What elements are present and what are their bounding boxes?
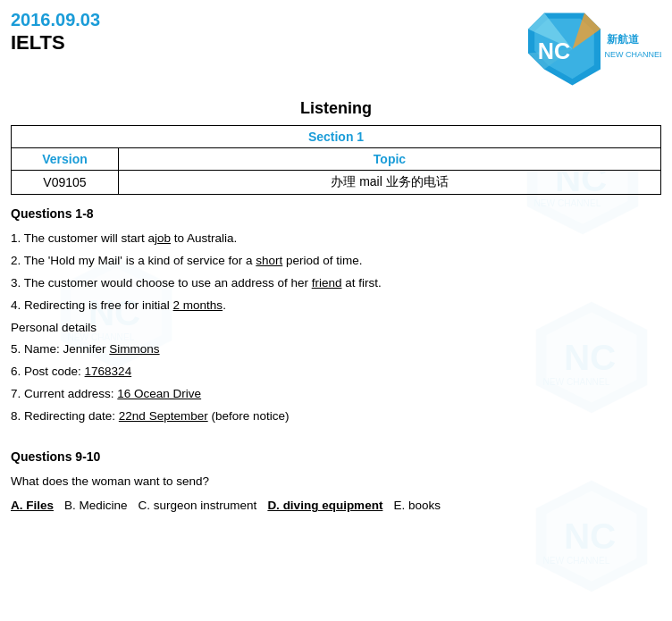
date-title: 2016.09.03 bbox=[11, 9, 483, 30]
svg-text:NEW CHANNEL: NEW CHANNEL bbox=[543, 556, 610, 566]
question-8: 8. Redirecting date: 22nd September (bef… bbox=[11, 407, 661, 427]
section-header: Section 1 bbox=[12, 126, 661, 148]
q8-answer: 22nd September bbox=[119, 409, 208, 423]
new-channel-logo: NC 新航道 NEW CHANNEL ® bbox=[491, 9, 661, 89]
section-table: Section 1 Version Topic V09105 办理 mail 业… bbox=[11, 125, 661, 195]
q5-answer: Simmons bbox=[109, 342, 159, 356]
exam-title: IELTS bbox=[11, 30, 483, 56]
q2-answer: short bbox=[256, 254, 282, 267]
question-1: 1. The customer will start ajob to Austr… bbox=[11, 229, 661, 249]
questions-9-10-area: Questions 9-10 What does the woman want … bbox=[11, 434, 661, 522]
question-6: 6. Post code: 1768324 bbox=[11, 362, 661, 382]
what-send-question: What does the woman want to send? bbox=[11, 472, 661, 492]
questions-1-8-heading: Questions 1-8 bbox=[11, 204, 661, 225]
main-content: Listening Section 1 Version Topic V09105… bbox=[0, 99, 672, 522]
svg-text:新航道: 新航道 bbox=[607, 33, 640, 45]
personal-details-label: Personal details bbox=[11, 318, 661, 339]
answer-row: A. Files B. Medicine C. surgeon instrume… bbox=[11, 496, 661, 516]
question-4: 4. Redirecting is free for initial 2 mon… bbox=[11, 296, 661, 316]
q7-answer: 16 Ocean Drive bbox=[117, 387, 201, 400]
q6-answer: 1768324 bbox=[85, 365, 132, 378]
q4-answer: 2 months bbox=[173, 298, 223, 312]
topic-value: 办理 mail 业务的电话 bbox=[119, 171, 661, 195]
svg-text:NEW CHANNEL: NEW CHANNEL bbox=[605, 50, 662, 59]
header-area: 2016.09.03 IELTS NC 新航道 NEW CHANNEL ® bbox=[0, 0, 672, 92]
version-value: V09105 bbox=[12, 171, 119, 195]
logo-area: NC 新航道 NEW CHANNEL ® bbox=[483, 9, 661, 92]
q3-answer: friend bbox=[312, 276, 342, 290]
q1-answer: job bbox=[155, 231, 171, 245]
svg-text:NC: NC bbox=[538, 38, 570, 63]
questions-9-10-heading: Questions 9-10 bbox=[11, 447, 661, 468]
topic-col-header: Topic bbox=[119, 148, 661, 171]
listening-title: Listening bbox=[11, 99, 661, 118]
answer-a: A. Files bbox=[11, 496, 54, 516]
question-2: 2. The 'Hold my Mail' is a kind of servi… bbox=[11, 251, 661, 272]
question-5: 5. Name: Jennifer Simmons bbox=[11, 340, 661, 360]
answer-c: C. surgeon instrument bbox=[139, 496, 257, 516]
version-col-header: Version bbox=[12, 148, 119, 171]
answer-d: D. diving equipment bbox=[267, 496, 382, 516]
questions-1-8-area: Questions 1-8 1. The customer will start… bbox=[11, 195, 661, 434]
question-7: 7. Current address: 16 Ocean Drive bbox=[11, 384, 661, 405]
header-text: 2016.09.03 IELTS bbox=[11, 9, 483, 56]
answer-b: B. Medicine bbox=[64, 496, 128, 516]
question-3: 3. The customer would choose to use an a… bbox=[11, 273, 661, 294]
answer-e: E. books bbox=[393, 496, 441, 516]
